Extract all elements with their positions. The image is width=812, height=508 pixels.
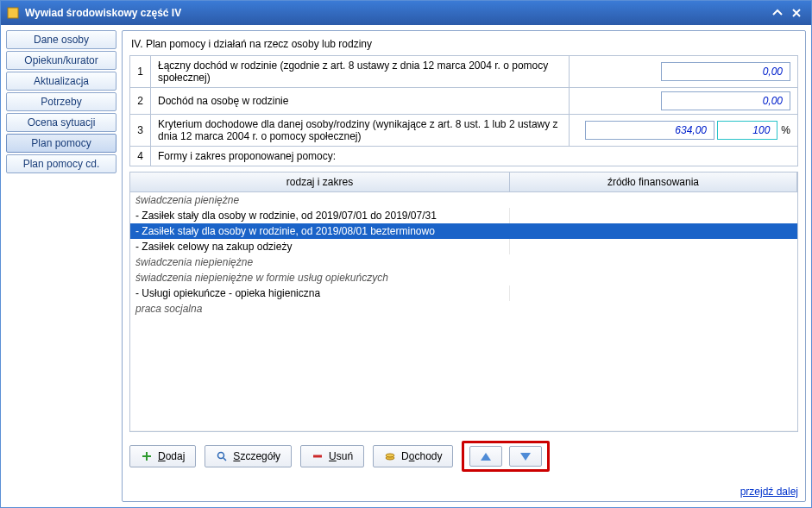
coins-icon bbox=[384, 450, 396, 462]
list-item[interactable]: - Zasiłek stały dla osoby w rodzinie, od… bbox=[130, 223, 797, 239]
percent-suffix: % bbox=[781, 124, 790, 136]
next-link[interactable]: przejdź dalej bbox=[740, 486, 798, 498]
list-item[interactable]: - Zasiłek stały dla osoby w rodzinie, od… bbox=[130, 208, 797, 223]
details-button[interactable]: Szczegóły bbox=[205, 445, 292, 467]
magnifier-icon bbox=[216, 450, 228, 462]
row4-label: Formy i zakres proponowanej pomocy: bbox=[151, 147, 798, 166]
col-rodzaj-zakres[interactable]: rodzaj i zakres bbox=[130, 172, 510, 191]
row1-num: 1 bbox=[130, 56, 151, 88]
list-group: świadczenia niepieniężne w formie usług … bbox=[130, 270, 797, 285]
window-title: Wywiad środowiskowy część IV bbox=[25, 7, 181, 19]
section-title: IV. Plan pomocy i działań na rzecz osoby… bbox=[129, 36, 798, 55]
list-group: praca socjalna bbox=[130, 301, 797, 317]
row2-value[interactable]: 0,00 bbox=[661, 91, 790, 110]
nav-ocena-sytuacji[interactable]: Ocena sytuacji bbox=[6, 113, 116, 132]
list-group: świadczenia pieniężne bbox=[130, 192, 797, 208]
collapse-button[interactable] bbox=[768, 4, 787, 22]
row3-num: 3 bbox=[130, 115, 151, 147]
nav-plan-pomocy[interactable]: Plan pomocy bbox=[6, 134, 116, 153]
close-button[interactable] bbox=[787, 4, 806, 22]
nav-opiekun-kurator[interactable]: Opiekun/kurator bbox=[6, 51, 116, 70]
reorder-group-highlight bbox=[462, 441, 550, 472]
svg-point-1 bbox=[218, 453, 224, 459]
nav-potrzeby[interactable]: Potrzeby bbox=[6, 92, 116, 111]
row2-num: 2 bbox=[130, 88, 151, 115]
grid-row-4: 4 Formy i zakres proponowanej pomocy: bbox=[130, 147, 798, 166]
list-item[interactable]: - Usługi opiekuńcze - opieka higieniczna bbox=[130, 285, 797, 301]
triangle-down-icon bbox=[520, 453, 531, 461]
svg-line-2 bbox=[223, 458, 226, 461]
move-up-button[interactable] bbox=[469, 446, 502, 467]
row2-label: Dochód na osobę w rodzinie bbox=[151, 88, 570, 115]
sidebar: Dane osoby Opiekun/kurator Aktualizacja … bbox=[6, 30, 116, 502]
row3-label: Kryterium dochodowe dla danej osoby/rodz… bbox=[151, 115, 570, 147]
row4-num: 4 bbox=[130, 147, 151, 166]
col-zrodlo-finansowania[interactable]: źródło finansowania bbox=[510, 172, 797, 191]
nav-aktualizacja[interactable]: Aktualizacja bbox=[6, 72, 116, 91]
assistance-list: rodzaj i zakres źródło finansowania świa… bbox=[129, 172, 798, 432]
plus-icon bbox=[141, 450, 153, 462]
grid-row-2: 2 Dochód na osobę w rodzinie 0,00 bbox=[130, 88, 798, 115]
toolbar: Dodaj Szczegóły Usuń bbox=[129, 441, 798, 472]
move-down-button[interactable] bbox=[509, 446, 542, 467]
row3-value[interactable]: 634,00 bbox=[585, 121, 714, 140]
svg-rect-0 bbox=[8, 8, 18, 18]
grid-row-1: 1 Łączny dochód w rodzinie (zgodnie z ar… bbox=[130, 56, 798, 88]
list-group: świadczenia niepieniężne bbox=[130, 254, 797, 270]
delete-button[interactable]: Usuń bbox=[300, 445, 364, 467]
add-button[interactable]: Dodaj bbox=[129, 445, 196, 467]
triangle-up-icon bbox=[481, 453, 491, 461]
row1-label: Łączny dochód w rodzinie (zgodnie z art.… bbox=[151, 56, 570, 88]
svg-point-5 bbox=[386, 454, 394, 457]
row1-value[interactable]: 0,00 bbox=[661, 62, 790, 81]
nav-dane-osoby[interactable]: Dane osoby bbox=[6, 30, 116, 49]
nav-plan-pomocy-cd[interactable]: Plan pomocy cd. bbox=[6, 154, 116, 173]
income-button[interactable]: Dochody bbox=[373, 445, 453, 467]
list-item[interactable]: - Zasiłek celowy na zakup odzieży bbox=[130, 239, 797, 254]
income-grid: 1 Łączny dochód w rodzinie (zgodnie z ar… bbox=[129, 55, 798, 166]
window-body: Dane osoby Opiekun/kurator Aktualizacja … bbox=[1, 25, 811, 507]
row3-percent[interactable]: 100 bbox=[717, 121, 777, 140]
list-header: rodzaj i zakres źródło finansowania bbox=[130, 172, 797, 192]
minus-icon bbox=[312, 450, 324, 462]
window: Wywiad środowiskowy część IV Dane osoby … bbox=[0, 0, 812, 508]
main-panel: IV. Plan pomocy i działań na rzecz osoby… bbox=[122, 30, 806, 502]
grid-row-3: 3 Kryterium dochodowe dla danej osoby/ro… bbox=[130, 115, 798, 147]
titlebar: Wywiad środowiskowy część IV bbox=[1, 1, 811, 25]
app-icon bbox=[6, 6, 20, 20]
list-body: świadczenia pieniężne - Zasiłek stały dl… bbox=[130, 192, 797, 430]
